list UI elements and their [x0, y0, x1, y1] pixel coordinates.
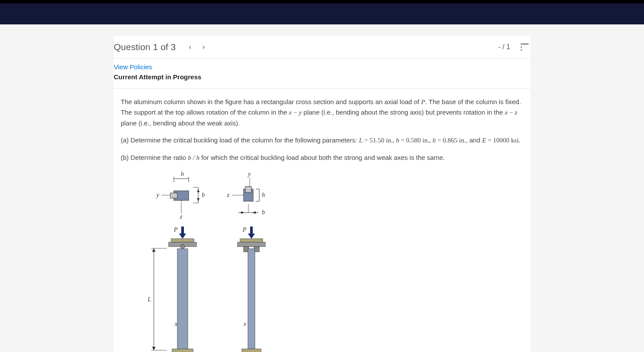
- svg-rect-43: [248, 249, 255, 349]
- problem-content: The aluminum column shown in the figure …: [114, 88, 530, 352]
- svg-rect-28: [177, 249, 188, 349]
- sym-L: L: [359, 137, 363, 144]
- svg-marker-9: [197, 189, 200, 192]
- val-L: = 51.50 in.: [363, 137, 393, 144]
- and-text: , and: [466, 136, 482, 144]
- question-nav: ‹ ›: [189, 43, 205, 51]
- window-top-strip: [0, 0, 644, 3]
- val-b: = 0.580 in.: [399, 137, 429, 144]
- app-header-bar: [0, 3, 644, 24]
- prev-question-button[interactable]: ‹: [189, 43, 191, 51]
- val-h: = 0.865 in.: [436, 137, 466, 144]
- column-diagram: h y b: [136, 172, 285, 352]
- svg-marker-10: [197, 198, 200, 201]
- label-b2: b: [262, 209, 265, 216]
- label-y2: y: [247, 172, 251, 177]
- label-b: b: [202, 192, 205, 198]
- label-y: y: [156, 192, 159, 198]
- svg-marker-33: [152, 248, 156, 252]
- svg-marker-38: [248, 234, 255, 239]
- sym-x: x: [289, 109, 292, 116]
- part-a: (a) Determine the critical buckling load…: [121, 135, 523, 146]
- label-x: x: [174, 321, 178, 327]
- problem-intro: The aluminum column shown in the figure …: [121, 97, 523, 128]
- intro-text-3: plane (i.e., bending about the strong ax…: [302, 108, 505, 116]
- sym-E: E: [482, 137, 486, 144]
- question-header: Question 1 of 3 ‹ › - / 1: [114, 36, 530, 58]
- intro-text: The aluminum column shown in the figure …: [121, 98, 421, 105]
- label-h: h: [181, 172, 184, 177]
- svg-rect-25: [171, 239, 194, 242]
- svg-rect-39: [240, 239, 263, 242]
- svg-marker-34: [152, 347, 156, 350]
- question-number-label: Question 1 of 3: [114, 42, 176, 52]
- part-b: (b) Determine the ratio b / h for which …: [121, 152, 523, 163]
- label-z: z: [180, 213, 183, 220]
- ratio-bh: b / h: [188, 154, 200, 161]
- svg-rect-44: [242, 349, 261, 352]
- question-panel: Question 1 of 3 ‹ › - / 1 View Policies …: [114, 36, 530, 352]
- label-L: L: [147, 296, 151, 303]
- part-a-text: (a) Determine the critical buckling load…: [121, 136, 359, 144]
- svg-point-27: [180, 244, 185, 249]
- label-P: P: [173, 227, 178, 233]
- label-P2: P: [242, 227, 247, 233]
- next-question-button[interactable]: ›: [203, 43, 205, 51]
- sym-z: z: [515, 109, 517, 116]
- problem-figure: h y b: [121, 170, 523, 352]
- sym-h: h: [433, 137, 436, 144]
- part-b-text: (b) Determine the ratio: [121, 154, 188, 161]
- svg-marker-24: [179, 234, 186, 239]
- question-list-icon[interactable]: [521, 44, 529, 51]
- svg-rect-15: [245, 186, 251, 193]
- svg-rect-5: [170, 193, 177, 198]
- svg-marker-21: [241, 211, 244, 214]
- score-label: - / 1: [498, 43, 510, 51]
- view-policies-link[interactable]: View Policies: [114, 63, 530, 71]
- label-z2: z: [227, 192, 230, 198]
- label-h2: h: [262, 192, 265, 198]
- attempt-status: Current Attempt in Progress: [114, 71, 530, 86]
- part-b-text-2: for which the critical buckling load abo…: [200, 154, 445, 161]
- intro-text-4: plane (i.e., bending about the weak axis…: [121, 119, 240, 127]
- label-x2: x: [243, 321, 247, 327]
- svg-rect-29: [172, 349, 193, 352]
- meta-row: View Policies Current Attempt in Progres…: [114, 59, 530, 88]
- svg-marker-22: [252, 211, 256, 214]
- svg-rect-40: [237, 242, 265, 247]
- val-E: = 10000 ksi.: [486, 137, 520, 144]
